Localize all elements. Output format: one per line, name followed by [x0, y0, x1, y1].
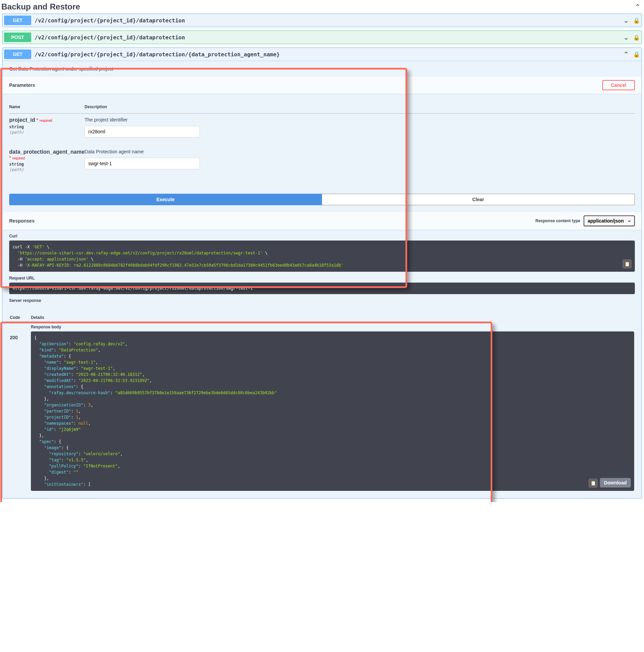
copy-icon[interactable]: 📋 — [589, 479, 598, 487]
response-body-block: { "apiVersion": "config.rafay.dev/v2", "… — [31, 331, 634, 491]
response-body-label: Response body — [31, 325, 634, 331]
lock-icon[interactable]: 🔒 — [633, 34, 640, 41]
required-label: required — [11, 156, 25, 160]
responses-header: Responses Response content type applicat… — [2, 212, 642, 230]
param-type: string — [9, 160, 84, 167]
param-name: project_id — [9, 117, 35, 123]
param-row: data_protection_agent_name *required str… — [9, 146, 635, 180]
server-response-label: Server response — [9, 294, 635, 305]
endpoint-path: /v2/config/project/{project_id}/dataprot… — [31, 34, 623, 41]
chevron-down-icon[interactable]: ⌄ — [623, 33, 629, 41]
chevron-up-icon[interactable]: ⌃ — [623, 50, 629, 58]
chevron-up-icon[interactable]: ⌃ — [635, 3, 641, 11]
opblock-get-dataprotection[interactable]: GET /v2/config/project/{project_id}/data… — [2, 14, 642, 27]
curl-block: curl -X 'GET' \ 'https://console-vihari-… — [9, 241, 635, 272]
clear-button[interactable]: Clear — [322, 194, 635, 205]
param-description: Data Protection agent name — [84, 149, 635, 154]
endpoint-path: /v2/config/project/{project_id}/dataprot… — [31, 17, 623, 24]
endpoint-path: /v2/config/project/{project_id}/dataprot… — [31, 51, 623, 58]
section-header[interactable]: Backup and Restore ⌃ — [0, 0, 644, 14]
col-code: Code — [10, 312, 30, 324]
parameters-header: Parameters Cancel — [2, 77, 642, 94]
parameters-title: Parameters — [9, 82, 35, 88]
lock-icon[interactable]: 🔒 — [633, 51, 640, 58]
param-description: The project identifier — [84, 117, 635, 122]
opblock-summary[interactable]: GET /v2/config/project/{project_id}/data… — [2, 48, 642, 61]
section-title: Backup and Restore — [1, 2, 80, 12]
download-button[interactable]: Download — [600, 478, 631, 487]
responses-title: Responses — [9, 218, 35, 224]
required-label: required — [38, 119, 52, 122]
col-details: Details — [31, 312, 634, 324]
execute-button[interactable]: Execute — [9, 194, 322, 205]
col-name: Name — [9, 100, 84, 114]
chevron-down-icon[interactable]: ⌄ — [623, 16, 629, 24]
copy-icon[interactable]: 📋 — [623, 260, 631, 268]
method-badge-get: GET — [4, 16, 31, 25]
opblock-get-agent-expanded: GET /v2/config/project/{project_id}/data… — [2, 47, 642, 499]
method-badge-get: GET — [4, 50, 31, 59]
col-description: Description — [84, 100, 635, 114]
content-type-select[interactable]: application/json — [584, 215, 635, 226]
param-row: project_id *required string (path) The p… — [9, 114, 635, 146]
operation-description: Get Data Protection agent under specifie… — [2, 61, 642, 77]
response-code: 200 — [10, 325, 30, 491]
lock-icon[interactable]: 🔒 — [633, 17, 640, 24]
method-badge-post: POST — [4, 33, 31, 42]
param-name: data_protection_agent_name — [9, 149, 84, 155]
request-url-label: Request URL — [9, 272, 635, 283]
project-id-input[interactable] — [84, 126, 200, 137]
param-in: (path) — [9, 167, 84, 172]
param-in: (path) — [9, 130, 84, 135]
content-type-label: Response content type — [535, 218, 580, 223]
param-type: string — [9, 123, 84, 130]
curl-label: Curl — [9, 230, 635, 241]
cancel-button[interactable]: Cancel — [602, 80, 635, 90]
opblock-post-dataprotection[interactable]: POST /v2/config/project/{project_id}/dat… — [2, 31, 642, 44]
agent-name-input[interactable] — [84, 158, 200, 169]
request-url-block: https://console-vihari-csr.dev.rafay-edg… — [9, 283, 635, 294]
